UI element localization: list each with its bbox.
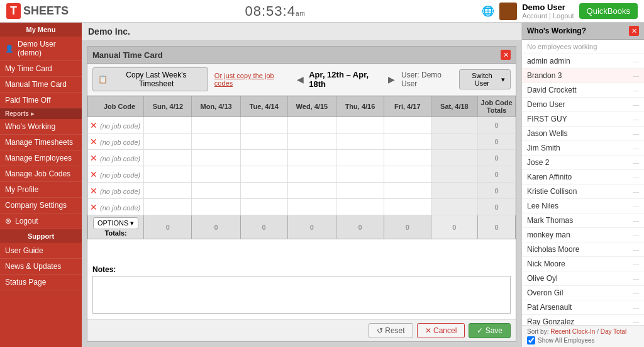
ww-employee-item[interactable]: Ray Gonzalez— — [522, 315, 644, 325]
time-cell-3-5[interactable] — [384, 166, 431, 183]
ww-employee-item[interactable]: Jose 2— — [522, 156, 644, 170]
time-cell-2-0[interactable] — [144, 150, 192, 166]
time-cell-3-2[interactable] — [240, 166, 287, 183]
time-input-3-6[interactable] — [433, 171, 476, 178]
time-input-4-1[interactable] — [194, 187, 238, 195]
sidebar-item-status-page[interactable]: Status Page — [0, 275, 82, 290]
sort-day-total-link[interactable]: Day Total — [601, 328, 627, 335]
job-code-label[interactable]: (no job code) — [100, 188, 140, 195]
time-cell-4-4[interactable] — [336, 183, 384, 199]
time-input-0-6[interactable] — [433, 122, 476, 129]
time-cell-4-2[interactable] — [240, 183, 287, 199]
time-input-2-2[interactable] — [243, 154, 286, 162]
date-prev-button[interactable]: ◀ — [297, 74, 304, 84]
quickbooks-button[interactable]: QuickBooks — [579, 3, 638, 19]
time-input-2-4[interactable] — [338, 154, 382, 162]
time-cell-5-1[interactable] — [192, 199, 240, 215]
ww-employee-item[interactable]: Karen Affinito— — [522, 170, 644, 185]
ww-employee-item[interactable]: admin admin— — [522, 54, 644, 69]
sidebar-item-whos-working[interactable]: Who's Working — [0, 119, 82, 135]
row-delete-icon[interactable]: ✕ — [90, 186, 97, 196]
time-cell-0-1[interactable] — [192, 117, 240, 134]
time-cell-5-5[interactable] — [384, 199, 431, 215]
time-input-5-3[interactable] — [290, 203, 335, 211]
time-cell-5-0[interactable] — [144, 199, 192, 215]
sidebar-item-my-profile[interactable]: My Profile — [0, 182, 82, 198]
ww-employee-item[interactable]: Nick Moore— — [522, 257, 644, 271]
date-next-button[interactable]: ▶ — [388, 74, 395, 84]
whos-working-close-button[interactable]: ✕ — [629, 26, 639, 36]
time-cell-3-0[interactable] — [144, 166, 192, 183]
time-cell-5-2[interactable] — [240, 199, 287, 215]
time-input-5-1[interactable] — [194, 203, 238, 211]
time-input-2-5[interactable] — [386, 154, 429, 162]
time-cell-5-6[interactable] — [431, 199, 478, 215]
time-input-4-6[interactable] — [433, 187, 476, 195]
time-input-0-5[interactable] — [386, 122, 429, 129]
account-link[interactable]: Account — [522, 12, 547, 20]
time-cell-2-3[interactable] — [287, 150, 336, 166]
row-delete-icon[interactable]: ✕ — [90, 169, 97, 179]
ww-employee-item[interactable]: Pat Arsenault— — [522, 300, 644, 315]
time-cell-2-5[interactable] — [384, 150, 431, 166]
time-input-5-6[interactable] — [433, 203, 476, 211]
time-cell-0-6[interactable] — [431, 117, 478, 134]
time-cell-5-3[interactable] — [287, 199, 336, 215]
time-cell-4-5[interactable] — [384, 183, 431, 199]
notes-textarea[interactable] — [92, 276, 511, 314]
row-delete-icon[interactable]: ✕ — [90, 202, 97, 212]
ww-employee-item[interactable]: Demo User— — [522, 98, 644, 112]
row-delete-icon[interactable]: ✕ — [90, 137, 97, 147]
ww-employee-item[interactable]: Brandon 3— — [522, 69, 644, 83]
time-input-2-0[interactable] — [146, 154, 189, 162]
sidebar-item-my-time-card[interactable]: My Time Card — [0, 61, 82, 77]
time-cell-3-6[interactable] — [431, 166, 478, 183]
time-cell-2-6[interactable] — [431, 150, 478, 166]
time-cell-3-4[interactable] — [336, 166, 384, 183]
time-cell-3-3[interactable] — [287, 166, 336, 183]
time-input-3-0[interactable] — [146, 171, 189, 178]
time-input-1-6[interactable] — [433, 138, 476, 145]
copy-last-week-button[interactable]: 📋 Copy Last Week's Timesheet — [92, 67, 208, 91]
time-input-4-5[interactable] — [386, 187, 429, 195]
time-input-3-2[interactable] — [243, 171, 286, 178]
time-input-0-3[interactable] — [290, 122, 335, 129]
job-code-label[interactable]: (no job code) — [100, 204, 140, 212]
globe-icon[interactable]: 🌐 — [482, 5, 494, 17]
ww-employee-item[interactable]: Nicholas Moore— — [522, 242, 644, 257]
ww-employee-item[interactable]: Olive Oyl— — [522, 271, 644, 286]
time-input-1-5[interactable] — [386, 138, 429, 145]
time-input-1-3[interactable] — [290, 138, 335, 145]
time-cell-2-4[interactable] — [336, 150, 384, 166]
time-cell-1-3[interactable] — [287, 134, 336, 150]
time-cell-1-4[interactable] — [336, 134, 384, 150]
time-input-2-6[interactable] — [433, 154, 476, 162]
show-all-checkbox[interactable] — [527, 336, 535, 344]
time-input-5-5[interactable] — [386, 203, 429, 211]
sidebar-item-company-settings[interactable]: Company Settings — [0, 198, 82, 213]
options-button[interactable]: OPTIONS ▾ — [93, 217, 139, 229]
time-input-3-1[interactable] — [194, 171, 238, 178]
row-delete-icon[interactable]: ✕ — [90, 153, 97, 163]
job-code-label[interactable]: (no job code) — [100, 171, 140, 179]
panel-close-button[interactable]: ✕ — [501, 50, 511, 60]
time-cell-0-2[interactable] — [240, 117, 287, 134]
ww-employee-item[interactable]: Jason Wells— — [522, 127, 644, 141]
job-code-label[interactable]: (no job code) — [100, 155, 140, 162]
time-cell-2-2[interactable] — [240, 150, 287, 166]
logout-link[interactable]: Logout — [553, 12, 574, 20]
time-input-2-3[interactable] — [290, 154, 335, 162]
time-input-4-4[interactable] — [338, 187, 382, 195]
ww-employee-item[interactable]: FIRST GUY— — [522, 112, 644, 127]
time-input-0-2[interactable] — [243, 122, 286, 129]
switch-user-button[interactable]: Switch User ▾ — [459, 69, 511, 89]
time-input-4-0[interactable] — [146, 187, 189, 195]
time-cell-0-4[interactable] — [336, 117, 384, 134]
sidebar-item-user-guide[interactable]: User Guide — [0, 243, 82, 259]
save-button[interactable]: ✓ Save — [469, 323, 511, 338]
ww-employee-item[interactable]: Mark Thomas— — [522, 213, 644, 228]
time-cell-1-0[interactable] — [144, 134, 192, 150]
time-input-1-1[interactable] — [194, 138, 238, 145]
time-cell-2-1[interactable] — [192, 150, 240, 166]
time-cell-1-5[interactable] — [384, 134, 431, 150]
